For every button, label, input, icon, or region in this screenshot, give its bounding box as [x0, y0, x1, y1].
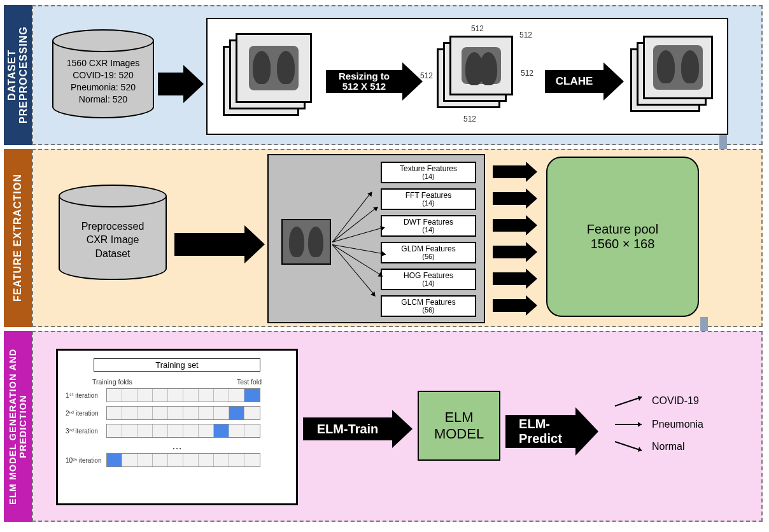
out-arrow-icon: [614, 420, 648, 429]
feature-name-3: GLDM Features: [401, 245, 455, 253]
feature-pool-title: Feature pool: [587, 222, 658, 237]
feature-count-2: (14): [422, 227, 435, 234]
stage-label-preprocess: DATASET PREPROCESSING: [4, 5, 32, 145]
feature-panel: Texture Features (14) FFT Features (14) …: [267, 154, 485, 323]
kfold-row-0-label: 1ˢᵗ iteration: [66, 392, 106, 399]
feature-box-texture: Texture Features (14): [381, 162, 476, 183]
feature-name-4: HOG Features: [404, 272, 453, 280]
feature-count-1: (14): [422, 200, 435, 207]
arrow-elm-predict: ELM- Predict: [505, 407, 598, 456]
kfold-legend: Training folds Test fold: [92, 378, 262, 386]
feature-name-5: GLCM Features: [401, 298, 455, 307]
arrow-elm-predict-label: ELM- Predict: [519, 417, 562, 446]
stage-label-elm: ELM MODEL GENERATION AND PREDICTION: [4, 331, 32, 522]
feature-count-4: (14): [422, 280, 435, 288]
out-arrow-icon: [614, 395, 648, 407]
arrow-elm-train: ELM-Train: [303, 410, 413, 448]
feature-count-0: (14): [422, 173, 435, 181]
preproc-line1: Preprocessed: [81, 220, 145, 234]
output-pneumonia: Pneumonia: [614, 419, 703, 430]
kfold-row-1: 2ⁿᵈ iteration: [66, 406, 288, 420]
stage-label-feature: FEATURE EXTRACTION: [4, 149, 32, 327]
feature-count-5: (56): [422, 307, 435, 314]
kfold-row-1-label: 2ⁿᵈ iteration: [66, 410, 106, 417]
arrow-featpool-4: [493, 269, 537, 289]
output-normal-label: Normal: [652, 441, 685, 452]
svg-marker-3: [638, 422, 642, 427]
feature-name-1: FFT Features: [406, 192, 451, 200]
kfold-row-3-label: 10ᵗʰ iteration: [66, 457, 106, 464]
kfold-panel: Training set Training folds Test fold 1ˢ…: [56, 349, 298, 505]
feature-box-hog: HOG Features (14): [381, 269, 476, 290]
kfold-ellipsis: …: [66, 440, 288, 452]
arrow-featpool-2: [493, 215, 537, 235]
dim-top: 512: [471, 24, 484, 33]
dataset-cylinder: 1560 CXR Images COVID-19: 520 Pneumonia:…: [52, 29, 154, 118]
feature-name-2: DWT Features: [404, 218, 453, 227]
arrow-to-featpanel: [174, 225, 265, 263]
feature-box-glcm: GLCM Features (56): [381, 295, 476, 317]
elm-model-box: ELM MODEL: [418, 391, 500, 461]
output-normal: Normal: [614, 440, 685, 453]
dataset-line3: Pneumonia: 520: [71, 81, 136, 94]
kfold-row-3: 10ᵗʰ iteration: [66, 453, 288, 467]
feature-box-dwt: DWT Features (14): [381, 215, 476, 237]
out-arrow-icon: [614, 440, 648, 453]
feature-box-gldm: GLDM Features (56): [381, 242, 476, 263]
arrow-clahe-label: CLAHE: [556, 75, 593, 88]
arrow-dataset-to-panel: [158, 65, 204, 103]
arrow-featpool-5: [493, 295, 537, 316]
stage-preprocess: 1560 CXR Images COVID-19: 520 Pneumonia:…: [32, 5, 763, 145]
featline-5: [332, 244, 374, 293]
arrow-featpool-3: [493, 242, 537, 262]
feature-box-fft: FFT Features (14): [381, 188, 476, 210]
feat-input-image: [281, 219, 331, 265]
arrow-featpool-1: [493, 188, 537, 209]
arrow-clahe: CLAHE: [545, 62, 624, 101]
dataset-line1: 1560 CXR Images: [67, 57, 139, 69]
kfold-row-2-label: 3ʳᵈ iteration: [66, 428, 106, 435]
dim-right2: 512: [521, 69, 533, 78]
svg-line-4: [615, 442, 642, 451]
kfold-legend-test: Test fold: [237, 378, 262, 386]
feature-pool-dims: 1560 × 168: [591, 237, 655, 251]
preprocessed-cylinder: Preprocessed CXR Image Dataset: [59, 185, 167, 280]
svg-line-0: [615, 397, 642, 406]
feature-count-3: (56): [422, 253, 435, 261]
arrow-resize: Resizing to 512 X 512: [326, 62, 423, 101]
feature-name-0: Texture Features: [400, 165, 457, 173]
arrow-resize-label: Resizing to 512 X 512: [339, 71, 390, 92]
preproc-line3: Dataset: [95, 247, 130, 261]
kfold-row-0: 1ˢᵗ iteration: [66, 388, 288, 402]
preproc-line2: CXR Image: [87, 233, 139, 247]
dataset-line2: COVID-19: 520: [73, 69, 134, 81]
kfold-row-2: 3ʳᵈ iteration: [66, 424, 288, 438]
arrow-featpool-0: [493, 162, 537, 182]
dataset-line4: Normal: 520: [79, 94, 127, 106]
preprocess-panel: Resizing to 512 X 512 512 512 512 512 51…: [206, 18, 728, 135]
arrow-elm-train-label: ELM-Train: [317, 422, 379, 437]
dim-right1: 512: [519, 31, 532, 39]
kfold-trainingset-bar: Training set: [94, 358, 260, 372]
dim-left: 512: [420, 71, 433, 80]
stage-elm: Training set Training folds Test fold 1ˢ…: [32, 331, 763, 522]
elm-model-label: ELM MODEL: [434, 409, 484, 443]
output-pneumonia-label: Pneumonia: [652, 419, 703, 430]
dim-bottom: 512: [463, 115, 476, 123]
kfold-legend-train: Training folds: [92, 378, 132, 386]
feature-pool: Feature pool 1560 × 168: [546, 157, 699, 317]
output-covid: COVID-19: [614, 395, 699, 407]
featline-0: [332, 194, 370, 242]
output-covid-label: COVID-19: [652, 395, 699, 407]
stage-feature: Preprocessed CXR Image Dataset Texture F…: [32, 149, 763, 327]
